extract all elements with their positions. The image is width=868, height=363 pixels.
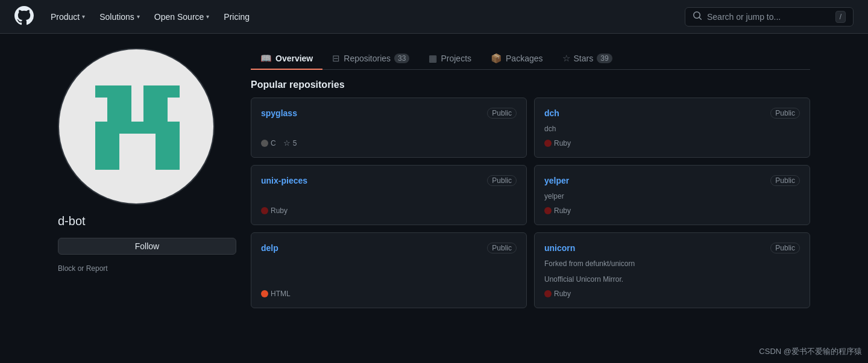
repo-stars-spyglass[interactable]: ☆ 5 xyxy=(283,138,297,147)
lang-label-dch: Ruby xyxy=(554,139,571,147)
repo-name-spyglass[interactable]: spyglass xyxy=(261,108,297,118)
svg-rect-7 xyxy=(119,134,156,146)
repo-meta-delp: HTML xyxy=(261,290,517,298)
book-icon: 📖 xyxy=(260,53,272,64)
tab-packages-label: Packages xyxy=(506,54,542,63)
svg-rect-5 xyxy=(95,134,119,170)
stars-count: 39 xyxy=(597,54,612,63)
repo-desc-unicorn-fork: Forked from defunkt/unicorn xyxy=(544,258,800,269)
repo-card-unix-pieces: unix-pieces Public Ruby xyxy=(251,165,527,225)
repo-badge-unicorn: Public xyxy=(770,243,800,253)
nav-solutions[interactable]: Solutions ▾ xyxy=(97,7,142,26)
nav-opensource[interactable]: Open Source ▾ xyxy=(152,7,212,26)
svg-rect-6 xyxy=(156,134,180,170)
navbar: Product ▾ Solutions ▾ Open Source ▾ Pric… xyxy=(0,0,868,34)
block-report-link[interactable]: Block or Report xyxy=(58,264,236,273)
repo-desc-dch: dch xyxy=(544,123,800,134)
lang-dot-dch xyxy=(544,140,552,147)
svg-rect-3 xyxy=(131,85,143,122)
nav-product-label: Product xyxy=(51,12,80,22)
chevron-down-icon: ▾ xyxy=(82,13,85,20)
lang-label-unicorn: Ruby xyxy=(554,290,571,298)
chevron-down-icon: ▾ xyxy=(206,13,209,20)
package-icon: 📦 xyxy=(491,53,502,64)
repo-badge-dch: Public xyxy=(770,108,800,119)
repo-card-unicorn: unicorn Public Forked from defunkt/unico… xyxy=(534,232,810,308)
repo-name-dch[interactable]: dch xyxy=(544,108,559,118)
repo-badge-yelper: Public xyxy=(770,175,800,186)
lang-label-delp: HTML xyxy=(271,290,291,298)
repo-card-delp: delp Public HTML xyxy=(251,232,527,308)
repo-desc-yelper: yelper xyxy=(544,191,800,202)
repo-meta-unicorn: Ruby xyxy=(544,290,800,298)
watermark: CSDN @爱书不爱输的程序猿 xyxy=(759,346,862,357)
main-container: d-bot Follow Block or Report 📖 Overview … xyxy=(48,34,820,323)
repo-card-dch: dch Public dch Ruby xyxy=(534,98,810,158)
lang-label-yelper: Ruby xyxy=(554,206,571,215)
repo-badge-spyglass: Public xyxy=(487,108,517,119)
nav-pricing[interactable]: Pricing xyxy=(221,7,252,26)
popular-repos-title: Popular repositories xyxy=(251,79,810,90)
tab-stars-label: Stars xyxy=(574,54,594,63)
repo-lang-spyglass: C xyxy=(261,139,276,147)
username: d-bot xyxy=(58,214,236,228)
repo-meta-yelper: Ruby xyxy=(544,206,800,215)
tab-projects[interactable]: ▦ Projects xyxy=(419,48,481,70)
nav-product[interactable]: Product ▾ xyxy=(48,7,87,26)
popular-repos-section: Popular repositories spyglass Public C xyxy=(251,79,810,308)
svg-rect-8 xyxy=(119,146,156,170)
repo-name-yelper[interactable]: yelper xyxy=(544,176,569,185)
lang-dot-unicorn xyxy=(544,290,552,297)
nav-opensource-label: Open Source xyxy=(154,12,204,22)
chevron-down-icon: ▾ xyxy=(137,13,140,20)
repo-lang-yelper: Ruby xyxy=(544,206,571,215)
repo-name-delp[interactable]: delp xyxy=(261,243,278,253)
tab-stars[interactable]: ☆ Stars 39 xyxy=(553,48,622,70)
lang-dot-unix-pieces xyxy=(261,207,268,214)
star-icon-spyglass: ☆ xyxy=(283,138,291,147)
repo-meta-spyglass: C ☆ 5 xyxy=(261,138,517,147)
follow-button[interactable]: Follow xyxy=(58,238,236,255)
tab-repositories[interactable]: ⊟ Repositories 33 xyxy=(322,48,419,70)
svg-rect-10 xyxy=(168,98,180,122)
lang-label-spyglass: C xyxy=(271,139,276,147)
tab-overview[interactable]: 📖 Overview xyxy=(251,48,322,70)
repo-badge-delp: Public xyxy=(487,243,517,253)
lang-label-unix-pieces: Ruby xyxy=(271,206,288,215)
svg-rect-4 xyxy=(95,122,180,134)
search-bar[interactable]: Search or jump to... / xyxy=(685,7,854,26)
repos-grid: spyglass Public C ☆ 5 xyxy=(251,98,810,308)
search-icon xyxy=(693,11,702,22)
tab-projects-label: Projects xyxy=(441,54,471,63)
slash-key: / xyxy=(835,11,846,23)
repo-card-spyglass: spyglass Public C ☆ 5 xyxy=(251,98,527,158)
repo-badge-unix-pieces: Public xyxy=(487,175,517,186)
repo-header-delp: delp Public xyxy=(261,243,517,253)
repo-header-unicorn: unicorn Public xyxy=(544,243,800,253)
repo-meta-dch: Ruby xyxy=(544,139,800,147)
sidebar: d-bot Follow Block or Report xyxy=(58,48,236,308)
repo-lang-unicorn: Ruby xyxy=(544,290,571,298)
repo-header-dch: dch Public xyxy=(544,108,800,119)
content-area: 📖 Overview ⊟ Repositories 33 ▦ Projects … xyxy=(251,48,810,308)
repo-desc-unicorn: Unofficial Unicorn Mirror. xyxy=(544,274,800,285)
lang-dot-spyglass xyxy=(261,140,268,147)
lang-dot-yelper xyxy=(544,207,552,214)
tab-overview-label: Overview xyxy=(275,54,313,63)
repo-name-unicorn[interactable]: unicorn xyxy=(544,243,575,253)
stars-count-spyglass: 5 xyxy=(293,139,297,147)
github-logo[interactable] xyxy=(14,6,34,27)
repo-meta-unix-pieces: Ruby xyxy=(261,206,517,215)
repo-lang-dch: Ruby xyxy=(544,139,571,147)
repo-lang-delp: HTML xyxy=(261,290,291,298)
svg-rect-9 xyxy=(95,98,107,122)
tab-packages[interactable]: 📦 Packages xyxy=(481,48,552,70)
repo-header-unix-pieces: unix-pieces Public xyxy=(261,175,517,186)
nav-pricing-label: Pricing xyxy=(224,12,250,22)
repo-icon: ⊟ xyxy=(332,53,340,64)
avatar xyxy=(58,48,215,205)
repo-name-unix-pieces[interactable]: unix-pieces xyxy=(261,176,307,185)
repo-lang-unix-pieces: Ruby xyxy=(261,206,288,215)
repo-card-yelper: yelper Public yelper Ruby xyxy=(534,165,810,225)
search-placeholder: Search or jump to... xyxy=(707,12,781,22)
